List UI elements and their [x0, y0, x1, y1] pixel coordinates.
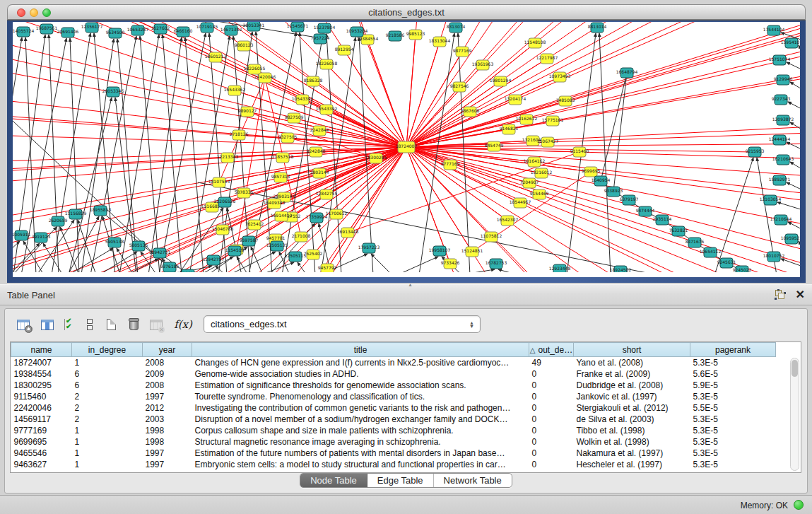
table-row[interactable]: 1938455462009Genome-wide association stu…	[11, 368, 776, 380]
cell-pagerank[interactable]: 5.3E-5	[690, 436, 776, 448]
float-panel-icon[interactable]	[775, 289, 786, 300]
select-rows-icon[interactable]: ✔✔	[60, 315, 80, 334]
cell-name[interactable]: 9463627	[11, 459, 72, 470]
cell-out_degree[interactable]: 0	[529, 448, 574, 459]
table-row[interactable]: 977716911998Corpus callosum shape and si…	[11, 425, 776, 436]
cell-year[interactable]: 1997	[143, 448, 192, 459]
cell-pagerank[interactable]: 5.3E-5	[690, 414, 776, 425]
table-row[interactable]: 946554611997Estimation of the future num…	[11, 448, 776, 459]
cell-short[interactable]: Franke et al. (2009)	[574, 368, 690, 380]
cell-name[interactable]: 9115460	[11, 391, 72, 402]
table-row[interactable]: 2242004622012Investigating the contribut…	[11, 402, 776, 414]
column-header-out_degree[interactable]: △out_de…	[529, 343, 574, 357]
cell-pagerank[interactable]: 5.6E-5	[690, 368, 776, 380]
splitter-handle[interactable]: ▴	[406, 283, 415, 287]
cell-name[interactable]: 9465546	[11, 448, 72, 459]
table-vertical-scrollbar[interactable]	[790, 358, 799, 471]
cell-in_degree[interactable]: 2	[72, 391, 143, 402]
cell-name[interactable]: 9699695	[11, 436, 72, 448]
column-header-pagerank[interactable]: pagerank	[690, 343, 776, 357]
cell-pagerank[interactable]: 5.3E-5	[690, 459, 776, 470]
delete-column-icon[interactable]	[146, 315, 166, 334]
cell-title[interactable]: Disruption of a novel member of a sodium…	[192, 414, 529, 425]
tab-edge-table[interactable]: Edge Table	[367, 474, 434, 487]
cell-year[interactable]: 2003	[143, 414, 192, 425]
merge-cells-icon[interactable]	[80, 315, 100, 334]
cell-out_degree[interactable]: 0	[529, 380, 574, 391]
cell-in_degree[interactable]: 1	[72, 459, 143, 470]
tab-network-table[interactable]: Network Table	[434, 474, 512, 487]
table-row[interactable]: 1456911722003Disruption of a novel membe…	[11, 414, 776, 425]
cell-short[interactable]: Jankovic et al. (1997)	[574, 391, 690, 402]
cell-short[interactable]: Nakamura et al. (1997)	[574, 448, 690, 459]
cell-pagerank[interactable]: 5.9E-5	[690, 380, 776, 391]
cell-out_degree[interactable]: 49	[529, 357, 574, 368]
cell-out_degree[interactable]: 0	[529, 391, 574, 402]
cell-in_degree[interactable]: 1	[72, 436, 143, 448]
cell-name[interactable]: 14569117	[11, 414, 72, 425]
new-table-icon[interactable]	[101, 315, 121, 334]
cell-year[interactable]: 1997	[143, 459, 192, 470]
table-row[interactable]: 911546021997Tourette syndrome. Phenomeno…	[11, 391, 776, 402]
cell-name[interactable]: 18724007	[11, 357, 72, 368]
cell-in_degree[interactable]: 1	[72, 357, 143, 368]
cell-title[interactable]: Embryonic stem cells: a model to study s…	[192, 459, 529, 470]
cell-out_degree[interactable]: 0	[529, 425, 574, 436]
cell-name[interactable]: 22420046	[11, 402, 72, 414]
tab-node-table[interactable]: Node Table	[300, 474, 367, 487]
cell-title[interactable]: Investigating the contribution of common…	[192, 402, 529, 414]
cell-title[interactable]: Changes of HCN gene expression and I(f) …	[192, 357, 529, 368]
cell-name[interactable]: 9777169	[11, 425, 72, 436]
cell-name[interactable]: 19384554	[11, 368, 72, 380]
cell-in_degree[interactable]: 6	[72, 380, 143, 391]
cell-pagerank[interactable]: 5.3E-5	[690, 391, 776, 402]
cell-year[interactable]: 1998	[143, 425, 192, 436]
cell-out_degree[interactable]: 0	[529, 368, 574, 380]
table-row[interactable]: 946362711997Embryonic stem cells: a mode…	[11, 459, 776, 470]
cell-pagerank[interactable]: 5.3E-5	[690, 425, 776, 436]
cell-title[interactable]: Genome-wide association studies in ADHD.	[192, 368, 529, 380]
cell-pagerank[interactable]: 5.3E-5	[690, 357, 776, 368]
cell-title[interactable]: Estimation of the future numbers of pati…	[192, 448, 529, 459]
cell-short[interactable]: Yano et al. (2008)	[574, 357, 690, 368]
cell-year[interactable]: 2008	[143, 357, 192, 368]
cell-short[interactable]: Wolkin et al. (1998)	[574, 436, 690, 448]
cell-in_degree[interactable]: 6	[72, 368, 143, 380]
cell-out_degree[interactable]: 0	[529, 414, 574, 425]
cell-in_degree[interactable]: 2	[72, 414, 143, 425]
column-header-title[interactable]: title	[192, 343, 529, 357]
close-panel-icon[interactable]: ✕	[796, 289, 805, 300]
cell-short[interactable]: de Silva et al. (2003)	[574, 414, 690, 425]
delete-table-icon[interactable]	[124, 315, 143, 334]
network-window-titlebar[interactable]: citations_edges.txt	[7, 4, 806, 20]
cell-title[interactable]: Estimation of significance thresholds fo…	[192, 380, 529, 391]
cell-short[interactable]: Hescheler et al. (1997)	[574, 459, 690, 470]
column-header-in_degree[interactable]: in_degree	[72, 343, 143, 357]
cell-pagerank[interactable]: 5.5E-5	[690, 402, 776, 414]
table-row[interactable]: 1872400712008Changes of HCN gene express…	[11, 357, 776, 368]
cell-out_degree[interactable]: 0	[529, 436, 574, 448]
cell-out_degree[interactable]: 0	[529, 402, 574, 414]
table-settings-icon[interactable]	[13, 315, 33, 334]
memory-status-icon[interactable]	[794, 500, 804, 510]
column-header-short[interactable]: short	[574, 343, 690, 357]
cell-year[interactable]: 2012	[143, 402, 192, 414]
table-selector-dropdown[interactable]: citations_edges.txt ▲▼	[204, 315, 481, 333]
cell-title[interactable]: Corpus callosum shape and size in male p…	[192, 425, 529, 436]
cell-year[interactable]: 2008	[143, 380, 192, 391]
network-canvas[interactable]: 1872400719384554891295418226058818632810…	[13, 22, 800, 277]
cell-year[interactable]: 1997	[143, 391, 192, 402]
scrollbar-thumb[interactable]	[792, 360, 798, 377]
node-table-grid[interactable]: namein_degreeyeartitle△out_de…shortpager…	[11, 342, 776, 470]
cell-title[interactable]: Structural magnetic resonance image aver…	[192, 436, 529, 448]
column-header-year[interactable]: year	[143, 343, 192, 357]
function-builder-icon[interactable]: f(x)	[173, 315, 193, 334]
cell-title[interactable]: Tourette syndrome. Phenomenology and cla…	[192, 391, 529, 402]
cell-year[interactable]: 1998	[143, 436, 192, 448]
cell-in_degree[interactable]: 2	[72, 402, 143, 414]
cell-pagerank[interactable]: 5.3E-5	[690, 448, 776, 459]
column-header-name[interactable]: name	[11, 343, 72, 357]
cell-in_degree[interactable]: 1	[72, 448, 143, 459]
select-columns-icon[interactable]	[37, 315, 57, 334]
cell-short[interactable]: Stergiakouli et al. (2012)	[574, 402, 690, 414]
